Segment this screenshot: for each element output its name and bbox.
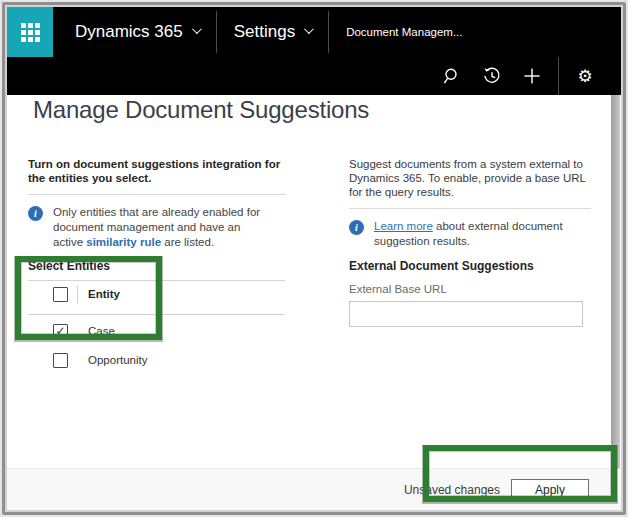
case-checkbox[interactable]: ✓ [53, 324, 68, 339]
external-note: i Learn more about external document sug… [349, 219, 591, 249]
plus-icon [523, 67, 541, 85]
grid-divider [28, 314, 285, 315]
command-bar: ⚙ [7, 57, 621, 95]
add-button[interactable] [512, 57, 552, 95]
vertical-scrollbar[interactable] [611, 95, 620, 468]
area-label: Settings [234, 22, 295, 42]
nav-divider [216, 11, 217, 53]
external-note-text: Learn more about external document sugge… [374, 219, 586, 249]
recent-items-button[interactable] [472, 57, 512, 95]
entities-note: i Only entities that are already enabled… [28, 205, 286, 250]
footer-bar: Unsaved changes Apply [7, 468, 621, 510]
entity-row-opportunity: Opportunity [28, 347, 285, 373]
entity-row-label: Case [88, 325, 115, 337]
grid-header-row: Entity [28, 281, 285, 307]
settings-gear-button[interactable]: ⚙ [565, 57, 605, 95]
screenshot-frame: Dynamics 365 Settings Document Managem..… [0, 0, 628, 517]
chevron-down-icon [192, 24, 202, 34]
page-title: Manage Document Suggestions [33, 96, 369, 124]
history-clock-icon [483, 67, 501, 85]
entity-row-case: ✓ Case [28, 318, 285, 344]
select-entities-section: Select Entities Entity ✓ Case Opportunit… [28, 259, 285, 373]
external-suggestions-section: External Document Suggestions External B… [349, 259, 585, 327]
top-navbar: Dynamics 365 Settings Document Managem..… [7, 7, 621, 57]
select-all-checkbox[interactable] [53, 287, 68, 302]
divider-line [349, 208, 591, 209]
external-intro-block: Suggest documents from a system external… [349, 157, 591, 249]
gear-icon: ⚙ [577, 68, 592, 85]
external-base-url-label: External Base URL [349, 283, 585, 295]
unsaved-changes-status: Unsaved changes [404, 483, 500, 497]
learn-more-link[interactable]: Learn more [374, 220, 433, 232]
brand-label: Dynamics 365 [75, 22, 183, 42]
area-menu-settings[interactable]: Settings [234, 7, 311, 57]
external-suggestions-header: External Document Suggestions [349, 259, 585, 273]
similarity-rule-link[interactable]: similarity rule [86, 236, 161, 248]
entities-intro-block: Turn on document suggestions integration… [28, 157, 286, 250]
apply-button[interactable]: Apply [511, 479, 589, 501]
brand-menu[interactable]: Dynamics 365 [75, 7, 199, 57]
waffle-grid-icon [21, 23, 40, 42]
external-intro-text: Suggest documents from a system external… [349, 157, 591, 199]
opportunity-checkbox[interactable] [53, 353, 68, 368]
info-icon: i [349, 220, 364, 235]
entities-note-text: Only entities that are already enabled f… [53, 205, 265, 250]
breadcrumb[interactable]: Document Managem... [346, 7, 462, 57]
select-entities-header: Select Entities [28, 259, 285, 273]
column-separator [77, 286, 78, 303]
divider-line [28, 194, 286, 195]
app-launcher-button[interactable] [7, 7, 53, 57]
note-suffix: are listed. [161, 236, 214, 248]
entity-row-label: Opportunity [88, 354, 147, 366]
external-base-url-input[interactable] [349, 301, 583, 327]
nav-divider [328, 11, 329, 53]
entities-intro-text: Turn on document suggestions integration… [28, 157, 286, 185]
grid-column-header: Entity [88, 288, 120, 300]
chevron-down-icon [304, 24, 314, 34]
command-bar-divider [558, 57, 559, 95]
search-icon [443, 67, 461, 85]
info-icon: i [28, 206, 43, 221]
search-button[interactable] [432, 57, 472, 95]
